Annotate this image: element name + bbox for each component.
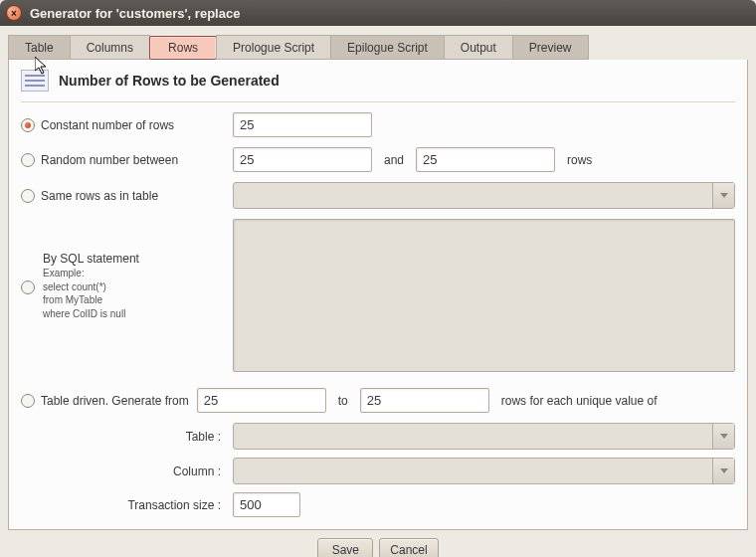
section-title: Number of Rows to be Generated — [59, 73, 280, 89]
tab-columns[interactable]: Columns — [70, 35, 150, 60]
random-and-text: and — [380, 153, 408, 167]
radio-icon — [21, 394, 35, 408]
radio-same-table-label: Same rows as in table — [41, 189, 158, 203]
tab-output[interactable]: Output — [444, 35, 513, 60]
sql-textarea[interactable] — [233, 219, 735, 372]
tabbar: Table Columns Rows Prologue Script Epilo… — [8, 32, 748, 60]
sql-block: By SQL statement Example: select count(*… — [21, 251, 225, 320]
row-same-table: Same rows as in table — [21, 182, 735, 209]
row-table-driven: Table driven. Generate from to rows for … — [21, 388, 735, 413]
row-constant: Constant number of rows — [21, 112, 735, 137]
radio-constant[interactable]: Constant number of rows — [21, 118, 225, 132]
sql-title: By SQL statement — [43, 251, 225, 267]
table-select[interactable] — [233, 423, 735, 450]
row-column-select: Column : — [21, 458, 735, 484]
tabledriven-to-word: to — [334, 394, 352, 408]
section-header: Number of Rows to be Generated — [21, 70, 735, 102]
radio-table-driven-label: Table driven. Generate from — [41, 394, 189, 408]
window-title: Generator for 'customers', replace — [30, 6, 240, 21]
tab-epilogue[interactable]: Epilogue Script — [330, 35, 445, 60]
save-button[interactable]: Save — [317, 538, 373, 557]
random-to-input[interactable] — [416, 147, 555, 172]
row-table-select: Table : — [21, 423, 735, 450]
tab-table[interactable]: Table — [8, 35, 71, 60]
tab-preview[interactable]: Preview — [512, 35, 589, 60]
chevron-down-icon — [712, 459, 734, 483]
table-label: Table : — [21, 430, 225, 444]
rows-icon — [21, 70, 49, 92]
panel-rows: Number of Rows to be Generated Constant … — [8, 60, 748, 530]
tabledriven-suffix: rows for each unique value of — [497, 394, 662, 408]
row-random: Random number between and rows — [21, 147, 735, 172]
radio-icon — [21, 189, 35, 203]
random-suffix: rows — [563, 153, 596, 167]
column-label: Column : — [21, 464, 225, 478]
sql-example-label: Example: — [43, 267, 225, 280]
radio-icon — [21, 118, 35, 132]
constant-value-input[interactable] — [233, 112, 372, 137]
sql-line3: where ColID is null — [43, 307, 225, 321]
titlebar: × Generator for 'customers', replace — [0, 0, 756, 26]
tab-prologue[interactable]: Prologue Script — [216, 35, 331, 60]
radio-same-table[interactable]: Same rows as in table — [21, 189, 225, 203]
random-from-input[interactable] — [233, 147, 372, 172]
radio-random-label: Random number between — [41, 153, 178, 167]
close-icon[interactable]: × — [6, 5, 22, 21]
chevron-down-icon — [712, 183, 734, 208]
column-select[interactable] — [233, 458, 735, 484]
window-body: Table Columns Rows Prologue Script Epilo… — [0, 26, 756, 557]
tab-rows[interactable]: Rows — [149, 36, 217, 60]
tabledriven-from-input[interactable] — [197, 388, 326, 413]
radio-table-driven[interactable]: Table driven. Generate from — [21, 394, 189, 408]
cancel-button[interactable]: Cancel — [379, 538, 438, 557]
same-table-select[interactable] — [233, 182, 735, 209]
sql-line1: select count(*) — [43, 280, 225, 294]
sql-line2: from MyTable — [43, 293, 225, 307]
row-sql: By SQL statement Example: select count(*… — [21, 219, 735, 372]
row-transaction-size: Transaction size : — [21, 492, 735, 517]
radio-constant-label: Constant number of rows — [41, 118, 174, 132]
transaction-size-label: Transaction size : — [21, 498, 225, 512]
chevron-down-icon — [712, 424, 734, 449]
footer: Save Cancel — [8, 530, 748, 557]
tabledriven-to-input[interactable] — [360, 388, 489, 413]
radio-icon — [21, 153, 35, 167]
radio-random[interactable]: Random number between — [21, 153, 225, 167]
transaction-size-input[interactable] — [233, 492, 300, 517]
